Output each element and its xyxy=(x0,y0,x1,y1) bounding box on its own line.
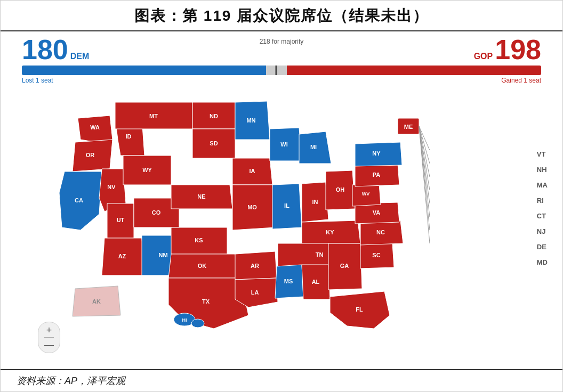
zoom-controls: + — xyxy=(38,322,60,353)
dem-number: 180 xyxy=(22,36,68,63)
gop-bar xyxy=(287,66,541,75)
zoom-in-button[interactable]: + xyxy=(44,325,54,335)
zoom-out-button[interactable]: — xyxy=(44,340,54,349)
seat-change-labels: Lost 1 seat Gained 1 seat xyxy=(22,77,541,84)
northeast-labels: VT NH MA RI CT NJ DE MD xyxy=(537,150,548,266)
svg-marker-2 xyxy=(73,140,112,172)
svg-point-91 xyxy=(191,319,204,328)
svg-marker-76 xyxy=(355,142,402,166)
svg-marker-28 xyxy=(171,227,227,254)
svg-marker-40 xyxy=(235,251,277,280)
svg-marker-74 xyxy=(355,164,399,186)
svg-marker-66 xyxy=(360,243,394,268)
svg-marker-36 xyxy=(232,158,272,185)
map-area: WA OR CA NV ID MT WY xyxy=(1,86,562,369)
svg-marker-18 xyxy=(102,238,144,275)
svg-marker-48 xyxy=(299,132,331,164)
dem-bar xyxy=(22,66,266,75)
svg-marker-30 xyxy=(168,254,238,278)
ne-label-ct: CT xyxy=(537,212,548,220)
gained-label: Gained 1 seat xyxy=(501,77,541,84)
dem-score: 180 DEM xyxy=(22,36,89,63)
page-wrapper: 图表：第 119 届众议院席位（结果未出） 180 DEM 218 for ma… xyxy=(0,0,563,392)
svg-marker-88 xyxy=(73,286,120,316)
svg-marker-68 xyxy=(360,220,403,245)
ne-label-nh: NH xyxy=(537,166,548,174)
page-title: 图表：第 119 届众议院席位（结果未出） xyxy=(11,6,552,26)
lost-label: Lost 1 seat xyxy=(22,77,53,84)
svg-marker-72 xyxy=(352,184,381,206)
svg-marker-58 xyxy=(275,265,303,298)
svg-line-87 xyxy=(419,126,430,243)
gop-number: 198 xyxy=(495,36,541,63)
source-text: 资料来源：AP，泽平宏观 xyxy=(17,375,125,386)
ne-label-nj: NJ xyxy=(537,227,548,235)
dem-label: DEM xyxy=(70,52,90,61)
svg-marker-50 xyxy=(302,182,328,222)
svg-marker-0 xyxy=(78,116,112,142)
majority-label: 218 for majority xyxy=(260,38,304,45)
svg-marker-38 xyxy=(232,185,275,230)
svg-marker-46 xyxy=(272,184,302,229)
ne-label-vt: VT xyxy=(537,150,548,158)
svg-marker-64 xyxy=(330,291,390,329)
gop-score: GOP 198 xyxy=(474,36,541,63)
middle-bar xyxy=(266,66,287,75)
svg-marker-22 xyxy=(192,102,235,129)
ne-label-md: MD xyxy=(537,258,548,266)
svg-rect-78 xyxy=(398,118,419,134)
progress-bar xyxy=(22,66,541,75)
source-bar: 资料来源：AP，泽平宏观 xyxy=(1,369,562,391)
title-bar: 图表：第 119 届众议院席位（结果未出） xyxy=(1,1,562,31)
svg-marker-52 xyxy=(326,170,355,210)
svg-marker-24 xyxy=(192,129,235,158)
svg-marker-14 xyxy=(107,203,134,238)
majority-tick xyxy=(276,66,277,75)
gop-label: GOP xyxy=(474,52,493,61)
zoom-divider xyxy=(44,337,54,338)
svg-marker-34 xyxy=(235,101,270,140)
scoreboard: 180 DEM 218 for majority GOP 198 xyxy=(1,31,562,66)
svg-marker-62 xyxy=(328,243,362,290)
svg-marker-4 xyxy=(59,172,102,230)
map-container: WA OR CA NV ID MT WY xyxy=(27,86,480,347)
us-map-svg: WA OR CA NV ID MT WY xyxy=(27,86,454,337)
svg-marker-10 xyxy=(115,102,192,129)
ne-label-ma: MA xyxy=(537,181,548,189)
progress-section: Lost 1 seat Gained 1 seat xyxy=(1,66,562,86)
ne-label-ri: RI xyxy=(537,197,548,205)
svg-marker-60 xyxy=(302,265,330,299)
svg-marker-54 xyxy=(302,220,360,245)
svg-marker-42 xyxy=(235,278,278,307)
ne-label-de: DE xyxy=(537,243,548,251)
svg-marker-26 xyxy=(171,185,232,209)
svg-marker-44 xyxy=(270,128,302,161)
svg-marker-12 xyxy=(123,156,171,185)
